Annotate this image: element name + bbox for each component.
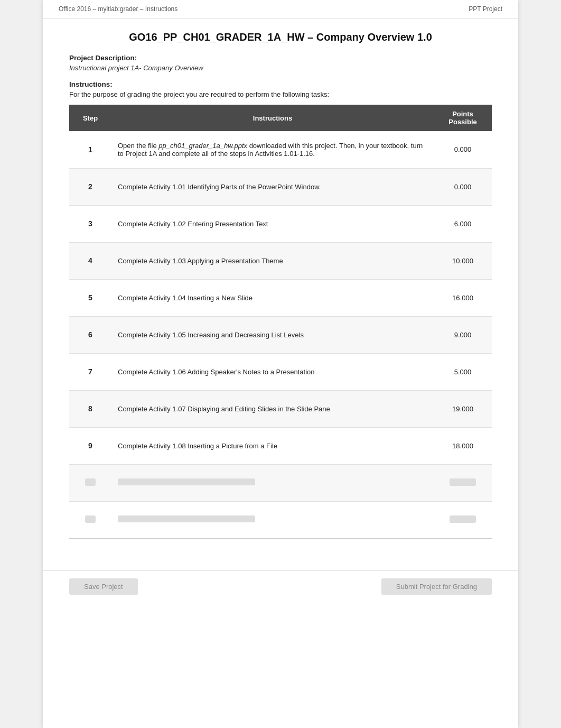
step-cell bbox=[69, 464, 111, 501]
points-cell: 5.000 bbox=[434, 353, 492, 390]
submit-project-button[interactable]: Submit Project for Grading bbox=[381, 578, 492, 595]
top-bar-right: PPT Project bbox=[469, 5, 502, 13]
instructions-cell: Complete Activity 1.02 Entering Presenta… bbox=[111, 205, 434, 242]
step-cell: 5 bbox=[69, 279, 111, 316]
points-cell: 16.000 bbox=[434, 279, 492, 316]
instructions-cell: Complete Activity 1.08 Inserting a Pictu… bbox=[111, 427, 434, 464]
header-step: Step bbox=[69, 105, 111, 131]
points-cell: 9.000 bbox=[434, 316, 492, 353]
points-cell: 0.000 bbox=[434, 131, 492, 168]
step-cell: 2 bbox=[69, 168, 111, 205]
instructions-cell: Complete Activity 1.05 Increasing and De… bbox=[111, 316, 434, 353]
points-cell: 19.000 bbox=[434, 390, 492, 427]
project-description-text: Instructional project 1A- Company Overvi… bbox=[69, 64, 492, 72]
instructions-cell: Complete Activity 1.04 Inserting a New S… bbox=[111, 279, 434, 316]
content-area: GO16_PP_CH01_GRADER_1A_HW – Company Over… bbox=[43, 19, 518, 555]
instructions-cell bbox=[111, 501, 434, 538]
step-cell: 1 bbox=[69, 131, 111, 168]
points-cell: 10.000 bbox=[434, 242, 492, 279]
instructions-cell: Complete Activity 1.01 Identifying Parts… bbox=[111, 168, 434, 205]
footer-bar: Save Project Submit Project for Grading bbox=[43, 570, 518, 602]
top-bar: Office 2016 – myitlab:grader – Instructi… bbox=[43, 0, 518, 19]
page-wrapper: Office 2016 – myitlab:grader – Instructi… bbox=[43, 0, 518, 728]
step-cell bbox=[69, 501, 111, 538]
header-points: Points Possible bbox=[434, 105, 492, 131]
points-cell bbox=[434, 464, 492, 501]
points-cell: 18.000 bbox=[434, 427, 492, 464]
step-cell: 6 bbox=[69, 316, 111, 353]
points-cell: 6.000 bbox=[434, 205, 492, 242]
points-cell bbox=[434, 501, 492, 538]
instructions-cell bbox=[111, 464, 434, 501]
step-cell: 3 bbox=[69, 205, 111, 242]
instructions-intro: For the purpose of grading the project y… bbox=[69, 90, 492, 98]
instructions-cell: Complete Activity 1.06 Adding Speaker's … bbox=[111, 353, 434, 390]
instructions-label: Instructions: bbox=[69, 80, 492, 88]
save-project-button[interactable]: Save Project bbox=[69, 578, 138, 595]
page-title: GO16_PP_CH01_GRADER_1A_HW – Company Over… bbox=[69, 31, 492, 43]
step-cell: 7 bbox=[69, 353, 111, 390]
top-bar-left: Office 2016 – myitlab:grader – Instructi… bbox=[59, 5, 177, 13]
steps-table: Step Instructions Points Possible 1Open … bbox=[69, 105, 492, 539]
instructions-cell: Complete Activity 1.03 Applying a Presen… bbox=[111, 242, 434, 279]
points-cell: 0.000 bbox=[434, 168, 492, 205]
instructions-cell: Open the file pp_ch01_grader_1a_hw.pptx … bbox=[111, 131, 434, 168]
step-cell: 9 bbox=[69, 427, 111, 464]
instructions-cell: Complete Activity 1.07 Displaying and Ed… bbox=[111, 390, 434, 427]
step-cell: 8 bbox=[69, 390, 111, 427]
header-instructions: Instructions bbox=[111, 105, 434, 131]
step-cell: 4 bbox=[69, 242, 111, 279]
project-description-label: Project Description: bbox=[69, 54, 492, 62]
